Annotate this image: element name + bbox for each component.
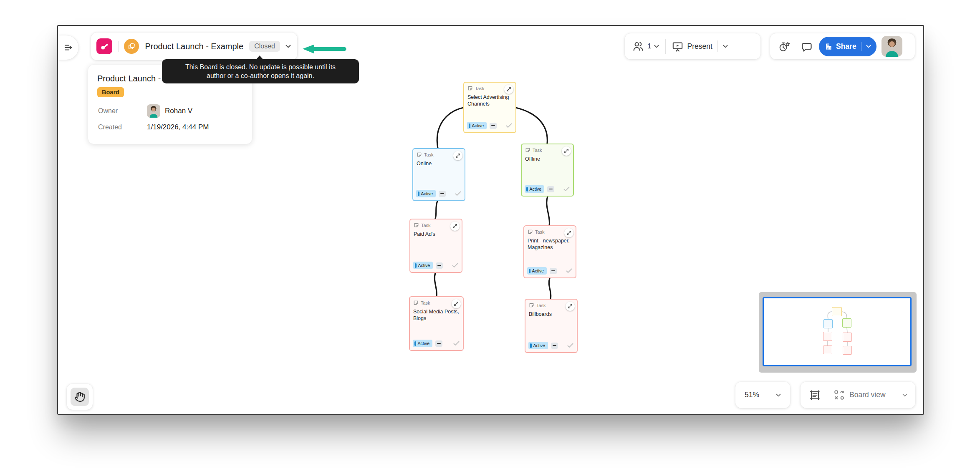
board-status-badge[interactable]: Closed <box>249 41 280 52</box>
divider <box>717 40 718 52</box>
chevron-down-icon[interactable] <box>866 45 871 48</box>
task-type-label: Task <box>475 86 485 91</box>
task-card-print[interactable]: Task Print - newspaper, Magazines Active <box>523 225 576 278</box>
task-type-label: Task <box>421 300 430 305</box>
priority-icon[interactable] <box>435 340 442 347</box>
task-title: Offline <box>525 156 570 162</box>
app-logo-icon[interactable] <box>96 38 112 54</box>
task-card-paid-ads[interactable]: Task Paid Ad's Active <box>409 219 462 273</box>
minimap-node <box>843 333 852 342</box>
priority-icon[interactable] <box>551 343 558 349</box>
collaboration-toolbar: 1 Present <box>625 33 760 59</box>
owner-avatar <box>147 104 160 118</box>
priority-icon[interactable] <box>436 262 443 269</box>
check-icon[interactable] <box>455 191 461 196</box>
closed-tooltip: This Board is closed. No update is possi… <box>162 59 359 83</box>
task-type-label: Task <box>533 148 542 153</box>
task-card-billboards[interactable]: Task Billboards Active <box>525 299 578 353</box>
zoom-level: 51% <box>745 391 759 399</box>
task-card-social-media[interactable]: Task Social Media Posts, Blogs Active <box>409 296 464 351</box>
share-button[interactable]: Share <box>819 37 876 56</box>
task-title: Online <box>417 160 462 167</box>
sticky-note-icon <box>467 86 473 91</box>
view-switcher: Board view <box>801 382 915 408</box>
tooltip-line1: This Board is closed. No update is possi… <box>185 63 336 71</box>
task-type-label: Task <box>421 223 431 228</box>
expand-icon[interactable] <box>504 85 513 94</box>
task-card-select-advertising-channels[interactable]: Task Select Advertising Channels Active <box>463 82 516 133</box>
sticky-note-icon <box>414 222 419 228</box>
view-label[interactable]: Board view <box>849 391 886 399</box>
created-value: 1/19/2026, 4:44 PM <box>147 123 209 131</box>
priority-icon[interactable] <box>550 268 557 274</box>
sticky-note-icon <box>525 147 530 153</box>
present-icon[interactable] <box>672 41 683 52</box>
check-icon[interactable] <box>453 341 460 346</box>
minimap-node <box>843 346 852 355</box>
expand-icon[interactable] <box>452 299 461 308</box>
pan-tool-selected-chip <box>71 388 89 406</box>
minimap-node <box>842 318 851 328</box>
board-type-icon <box>124 39 139 54</box>
board-header: Product Launch - Example Closed <box>91 33 297 60</box>
chevron-down-icon[interactable] <box>654 45 659 48</box>
owner-name: Rohan V <box>165 107 192 115</box>
annotation-arrow-icon <box>302 43 349 54</box>
check-icon[interactable] <box>566 268 572 273</box>
status-badge[interactable]: Active <box>467 122 487 129</box>
minimap-node <box>832 307 842 316</box>
minimap-node <box>823 319 833 328</box>
status-badge[interactable]: Active <box>413 262 433 269</box>
expand-icon[interactable] <box>566 302 575 311</box>
board-view-icon[interactable] <box>833 389 845 401</box>
chevron-down-icon[interactable] <box>723 45 728 48</box>
task-title: Paid Ad's <box>414 231 459 237</box>
pan-tool-button[interactable] <box>67 384 93 410</box>
task-type-label: Task <box>536 303 546 308</box>
chevron-down-icon[interactable] <box>776 393 781 397</box>
board-canvas[interactable]: Task Select Advertising Channels Active … <box>58 26 923 414</box>
task-title: Billboards <box>529 311 574 318</box>
chevron-down-icon[interactable] <box>902 393 907 397</box>
minimap[interactable] <box>759 292 917 373</box>
frames-icon[interactable] <box>808 389 821 401</box>
priority-icon[interactable] <box>547 186 554 192</box>
divider <box>665 39 666 54</box>
task-card-online[interactable]: Task Online Active <box>412 148 465 201</box>
status-badge[interactable]: Active <box>528 342 548 349</box>
chevron-down-icon[interactable] <box>285 45 291 48</box>
sidebar-expand-icon <box>63 42 74 53</box>
comment-icon[interactable] <box>798 40 816 52</box>
status-badge[interactable]: Active <box>416 190 436 197</box>
priority-icon[interactable] <box>439 191 446 197</box>
zoom-control[interactable]: 51% <box>735 382 790 408</box>
expand-icon[interactable] <box>453 151 462 160</box>
collaborators-count: 1 <box>647 42 651 50</box>
divider <box>118 41 119 52</box>
check-icon[interactable] <box>506 123 512 128</box>
board-title: Product Launch - Example <box>145 42 244 51</box>
org-share-icon <box>825 43 833 50</box>
collaborators-icon[interactable] <box>632 41 644 52</box>
check-icon[interactable] <box>563 187 570 192</box>
divider <box>827 388 827 403</box>
sticky-note-icon <box>528 229 533 234</box>
task-card-offline[interactable]: Task Offline Active <box>521 144 574 197</box>
status-badge[interactable]: Active <box>413 340 432 347</box>
status-badge[interactable]: Active <box>527 267 547 275</box>
sticky-note-icon <box>417 152 422 157</box>
task-title: Select Advertising Channels <box>467 94 513 108</box>
present-label[interactable]: Present <box>687 42 712 51</box>
timer-icon[interactable] <box>775 40 794 53</box>
created-label: Created <box>98 124 147 131</box>
check-icon[interactable] <box>452 263 458 268</box>
expand-icon[interactable] <box>450 222 460 231</box>
expand-icon[interactable] <box>564 228 573 237</box>
check-icon[interactable] <box>567 343 573 348</box>
expand-icon[interactable] <box>562 146 571 156</box>
status-badge[interactable]: Active <box>525 185 544 193</box>
divider <box>861 42 861 51</box>
priority-icon[interactable] <box>490 123 497 129</box>
minimap-node <box>823 345 832 354</box>
user-avatar[interactable] <box>881 36 902 57</box>
